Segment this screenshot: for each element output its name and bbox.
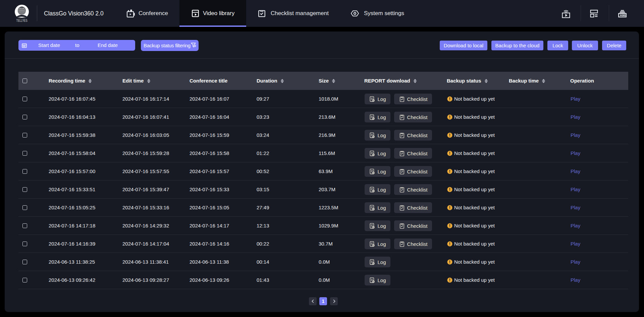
svg-text:TELLYES: TELLYES (16, 18, 28, 22)
